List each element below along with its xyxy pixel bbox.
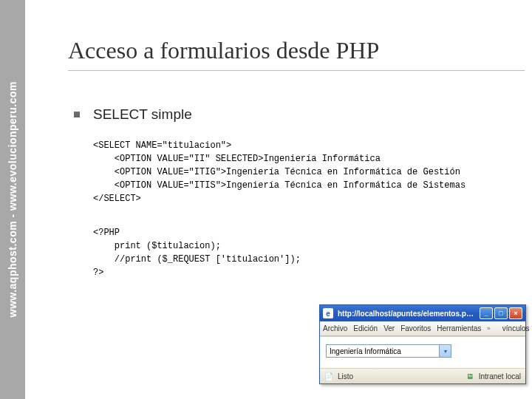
menu-vinculos[interactable]: vínculos [502, 324, 530, 332]
bullet-label: SELECT simple [93, 106, 192, 123]
chevron-down-icon[interactable]: ▾ [439, 345, 451, 357]
bullet-row: SELECT simple [74, 106, 525, 123]
code-block-php: <?PHP print ($titulacion); //print ($_RE… [93, 226, 525, 279]
browser-window: e http://localhost/apuntes/elementos.php… [319, 304, 526, 384]
menu-favoritos[interactable]: Favoritos [400, 324, 431, 332]
zone-icon: 🖥 [466, 372, 474, 381]
done-icon: 📄 [324, 372, 333, 381]
titulacion-select[interactable]: Ingeniería Informática ▾ [326, 344, 451, 358]
menu-herramientas[interactable]: Herramientas [437, 324, 481, 332]
menubar: Archivo Edición Ver Favoritos Herramient… [320, 321, 525, 336]
menu-ver[interactable]: Ver [383, 324, 395, 332]
titlebar: e http://localhost/apuntes/elementos.php… [320, 305, 525, 321]
page-viewport: Ingeniería Informática ▾ [320, 336, 525, 369]
minimize-button[interactable]: _ [480, 307, 493, 319]
close-button[interactable]: × [509, 307, 522, 319]
code-block-html: <SELECT NAME="titulacion"> <OPTION VALUE… [93, 139, 525, 205]
maximize-button[interactable]: □ [494, 307, 508, 319]
titlebar-text: http://localhost/apuntes/elementos.php -… [338, 310, 478, 318]
square-bullet-icon [74, 112, 80, 117]
slide-title: Acceso a formularios desde PHP [68, 37, 525, 71]
sidebar: www.aqphost.com - www.evolucionperu.com [0, 0, 25, 399]
statusbar: 📄 Listo 🖥 Intranet local [320, 369, 525, 383]
status-text: Listo [338, 372, 353, 381]
select-value: Ingeniería Informática [330, 347, 401, 355]
menu-overflow-icon[interactable]: » [487, 325, 490, 332]
ie-icon: e [323, 308, 333, 318]
sidebar-url-text: www.aqphost.com - www.evolucionperu.com [7, 81, 18, 318]
menu-edicion[interactable]: Edición [353, 324, 378, 332]
zone-text: Intranet local [479, 372, 521, 381]
menu-archivo[interactable]: Archivo [323, 324, 347, 332]
